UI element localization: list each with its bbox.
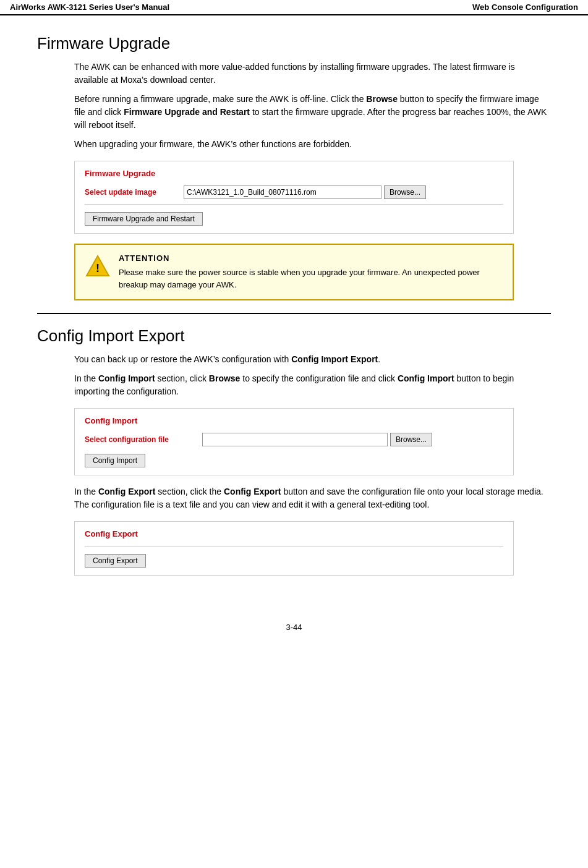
config-import-ui-box: Config Import Select configuration file …	[74, 408, 514, 475]
config-export-button[interactable]: Config Export	[85, 554, 146, 568]
config-para3-bold1: Config Export	[98, 487, 156, 496]
config-export-title: Config Export	[85, 529, 503, 538]
firmware-divider	[85, 204, 503, 205]
config-export-ui-box: Config Export Config Export	[74, 521, 514, 576]
config-section-title: Config Import Export	[37, 326, 551, 346]
config-para1: You can back up or restore the AWK’s con…	[74, 353, 551, 366]
section-divider	[37, 313, 551, 314]
svg-text:!: !	[96, 262, 100, 274]
firmware-para3: When upgrading your firmware, the AWK’s …	[74, 138, 551, 151]
config-file-input[interactable]	[202, 433, 388, 446]
firmware-para2-browse: Browse	[366, 94, 398, 104]
firmware-select-label: Select update image	[85, 188, 184, 197]
config-para3-middle: section, click the	[155, 487, 224, 496]
config-para2-bold2: Browse	[209, 373, 241, 383]
header-left: AirWorks AWK-3121 Series User's Manual	[10, 2, 169, 12]
config-import-button[interactable]: Config Import	[85, 454, 145, 467]
config-para2: In the Config Import section, click Brow…	[74, 372, 551, 398]
firmware-section-title: Firmware Upgrade	[37, 34, 551, 53]
firmware-file-input[interactable]	[184, 185, 381, 199]
page-header: AirWorks AWK-3121 Series User's Manual W…	[0, 0, 588, 15]
firmware-upgrade-restart-button[interactable]: Firmware Upgrade and Restart	[85, 212, 203, 226]
attention-text: Please make sure the power source is sta…	[119, 266, 503, 291]
attention-icon: !	[85, 253, 110, 278]
attention-content: ATTENTION Please make sure the power sou…	[119, 253, 503, 291]
config-para2-bold1: Config Import	[98, 373, 155, 383]
config-para1-after: .	[378, 354, 380, 364]
firmware-para2-before: Before running a firmware upgrade, make …	[74, 94, 366, 104]
firmware-ui-box: Firmware Upgrade Select update image Bro…	[74, 161, 514, 234]
config-para2-middle: section, click	[155, 373, 209, 383]
config-para2-middle2: to specify the configuration file and cl…	[240, 373, 397, 383]
firmware-para2-restart: Firmware Upgrade and Restart	[124, 107, 250, 117]
config-para1-before: You can back up or restore the AWK’s con…	[74, 354, 291, 364]
firmware-browse-button[interactable]: Browse...	[384, 185, 426, 199]
firmware-ui-box-title: Firmware Upgrade	[85, 169, 503, 178]
config-para2-bold3: Config Import	[398, 373, 454, 383]
config-import-title: Config Import	[85, 416, 503, 425]
config-para3-before: In the	[74, 487, 98, 496]
config-import-row: Select configuration file Browse...	[85, 433, 503, 446]
config-para3-bold2: Config Export	[224, 487, 281, 496]
attention-box: ! ATTENTION Please make sure the power s…	[74, 244, 514, 300]
page-number: 3-44	[286, 623, 302, 632]
page-footer: 3-44	[0, 623, 588, 644]
page-content: Firmware Upgrade The AWK can be enhanced…	[0, 15, 588, 598]
config-browse-button[interactable]: Browse...	[390, 433, 432, 446]
config-para3: In the Config Export section, click the …	[74, 485, 551, 511]
config-import-label: Select configuration file	[85, 435, 202, 444]
firmware-row: Select update image Browse...	[85, 185, 503, 199]
config-para1-bold: Config Import Export	[291, 354, 378, 364]
config-export-divider	[85, 546, 503, 547]
header-right: Web Console Configuration	[472, 2, 578, 12]
config-para2-before: In the	[74, 373, 98, 383]
firmware-para2: Before running a firmware upgrade, make …	[74, 93, 551, 132]
firmware-para1: The AWK can be enhanced with more value-…	[74, 61, 551, 87]
attention-title: ATTENTION	[119, 253, 503, 263]
